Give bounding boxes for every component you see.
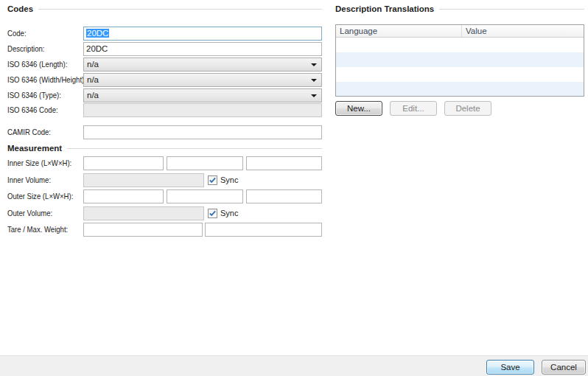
- codes-group-header: Codes: [7, 4, 322, 14]
- camir-code-input[interactable]: [83, 125, 322, 139]
- tare-weight-input[interactable]: [83, 223, 203, 237]
- checkmark-icon: [209, 176, 217, 184]
- outer-size-length-input[interactable]: [83, 189, 164, 203]
- outer-volume-sync-checkbox[interactable]: [208, 209, 217, 218]
- translations-group-rule: [439, 9, 584, 10]
- outer-size-height-input[interactable]: [246, 189, 322, 203]
- description-input[interactable]: 20DC: [83, 42, 322, 56]
- outer-volume-sync-label: Sync: [220, 206, 238, 220]
- table-row: [336, 82, 584, 97]
- translations-group-header: Description Translations: [335, 4, 584, 14]
- inner-size-width-input[interactable]: [167, 156, 243, 170]
- iso-width-height-label: ISO 6346 (Width/Height):: [7, 73, 86, 87]
- value-column-header[interactable]: Value: [462, 25, 584, 37]
- translations-table-header: Language Value: [336, 25, 584, 38]
- code-input-selected-text: 20DC: [86, 29, 109, 38]
- inner-volume-input: [83, 173, 204, 187]
- checkmark-icon: [209, 209, 217, 217]
- inner-volume-sync-checkbox[interactable]: [208, 175, 217, 185]
- iso-width-height-selected-value: n/a: [87, 75, 99, 84]
- inner-size-length-input[interactable]: [83, 156, 164, 170]
- camir-code-label: CAMIR Code:: [7, 125, 51, 139]
- footer-bar: Save Cancel: [0, 355, 588, 376]
- delete-translation-button: Delete: [444, 101, 491, 116]
- translations-group-title: Description Translations: [335, 4, 434, 13]
- code-label: Code:: [7, 27, 27, 41]
- iso-length-selected-value: n/a: [87, 60, 99, 69]
- description-label: Description:: [7, 42, 45, 56]
- iso-length-label: ISO 6346 (Length):: [7, 58, 67, 72]
- language-column-header[interactable]: Language: [336, 25, 462, 37]
- iso-code-label: ISO 6346 Code:: [7, 103, 58, 117]
- inner-size-label: Inner Size (L×W×H):: [7, 156, 71, 170]
- outer-size-width-input[interactable]: [167, 189, 243, 203]
- cancel-button[interactable]: Cancel: [542, 360, 586, 375]
- iso-code-input: [83, 103, 322, 117]
- iso-type-selected-value: n/a: [87, 91, 99, 100]
- tare-max-weight-label: Tare / Max. Weight:: [7, 223, 68, 237]
- codes-group-title: Codes: [7, 4, 33, 13]
- chevron-down-icon: [311, 94, 317, 97]
- chevron-down-icon: [311, 63, 317, 66]
- chevron-down-icon: [311, 79, 317, 82]
- outer-size-label: Outer Size (L×W×H):: [7, 189, 73, 203]
- container-type-editor: Codes Code: 20DC Description: 20DC ISO 6…: [0, 0, 588, 376]
- outer-volume-label: Outer Volume:: [7, 206, 52, 220]
- measurement-group-header: Measurement: [7, 143, 322, 153]
- measurement-group-rule: [67, 148, 322, 149]
- inner-volume-sync-label: Sync: [220, 173, 238, 187]
- edit-translation-button: Edit...: [390, 101, 437, 116]
- max-weight-input[interactable]: [205, 223, 322, 237]
- inner-volume-label: Inner Volume:: [7, 173, 51, 187]
- iso-type-label: ISO 6346 (Type):: [7, 88, 61, 102]
- codes-group-rule: [38, 9, 322, 10]
- translations-table[interactable]: Language Value: [335, 24, 584, 97]
- table-row: [336, 38, 584, 52]
- iso-width-height-combobox[interactable]: n/a: [83, 73, 322, 87]
- iso-length-combobox[interactable]: n/a: [83, 58, 322, 72]
- inner-size-height-input[interactable]: [246, 156, 322, 170]
- iso-type-combobox[interactable]: n/a: [83, 88, 322, 102]
- table-row: [336, 52, 584, 67]
- code-input[interactable]: 20DC: [83, 27, 322, 41]
- new-translation-button[interactable]: New...: [335, 101, 382, 116]
- measurement-group-title: Measurement: [7, 144, 62, 153]
- table-row: [336, 67, 584, 82]
- save-button[interactable]: Save: [486, 360, 534, 375]
- outer-volume-input: [83, 206, 204, 220]
